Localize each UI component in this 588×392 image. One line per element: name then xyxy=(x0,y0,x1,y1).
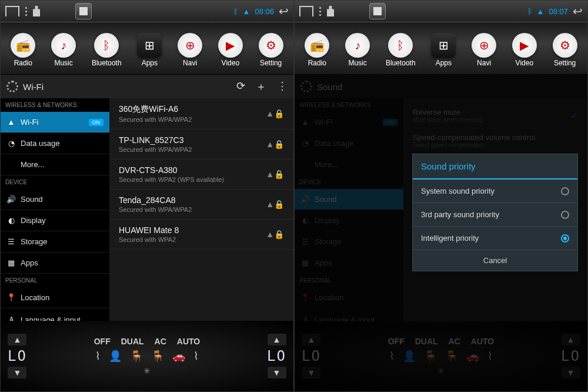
dialog-cancel-button[interactable]: Cancel xyxy=(413,250,577,271)
screen-wifi: ᛒ ▲ 08:06 ↩ 📻Radio ♪Music ᛒBluetooth ⊞Ap… xyxy=(0,0,294,392)
sidebar-item-data[interactable]: ◔Data usage xyxy=(1,133,109,154)
wifi-lock-icon: ▲🔒 xyxy=(266,230,284,239)
sidebar-item-location[interactable]: 📍Location xyxy=(1,287,109,308)
add-button[interactable]: ＋ xyxy=(256,79,266,94)
radio-icon xyxy=(561,187,569,195)
wifi-lock-icon: ▲🔒 xyxy=(266,200,284,209)
dock-navi[interactable]: ⊕Navi xyxy=(472,33,496,67)
home-icon[interactable] xyxy=(299,6,313,16)
seat-heat-left-icon[interactable]: 🪑 xyxy=(130,350,143,363)
wifi-icon: ▲ xyxy=(243,7,250,16)
temp-down-button[interactable]: ▼ xyxy=(268,367,286,378)
dialog-title: Sound priority xyxy=(413,154,577,180)
defrost-front-icon[interactable]: ⌇ xyxy=(95,350,101,363)
recents-button[interactable] xyxy=(75,3,92,19)
sidebar-item-more[interactable]: More... xyxy=(1,154,109,175)
climate-auto[interactable]: AUTO xyxy=(177,337,200,346)
dock-bluetooth[interactable]: ᛒBluetooth xyxy=(386,33,416,67)
wifi-network-list: 360免费WiFi-A6Secured with WPA/WPA2▲🔒 TP-L… xyxy=(109,98,293,322)
temp-left: ▲ LO ▼ xyxy=(8,334,27,378)
dock-apps[interactable]: ⊞Apps xyxy=(431,33,456,67)
title-bar: Wi-Fi ⟳ ＋ ⋮ xyxy=(1,75,293,98)
refresh-button[interactable]: ⟳ xyxy=(236,79,245,94)
page-title: Wi-Fi xyxy=(23,82,44,92)
dock-apps[interactable]: ⊞Apps xyxy=(137,33,162,67)
back-button[interactable]: ↩ xyxy=(573,4,583,18)
dock-radio[interactable]: 📻Radio xyxy=(11,33,35,67)
sidebar-item-sound[interactable]: 🔊Sound xyxy=(1,189,109,210)
status-bar: ᛒ ▲ 08:06 ↩ xyxy=(1,1,293,22)
dialog-option-3rdparty[interactable]: 3rd party sound priority xyxy=(413,203,577,227)
dock-music[interactable]: ♪Music xyxy=(345,33,370,67)
temp-up-button[interactable]: ▲ xyxy=(8,334,26,346)
sidebar-item-wifi[interactable]: ▲Wi-FiON xyxy=(1,112,109,133)
overflow-button[interactable]: ⋮ xyxy=(277,79,288,94)
dialog-option-intelligent[interactable]: Intelligent priority xyxy=(413,227,577,250)
sidebar-item-display[interactable]: ◐Display xyxy=(1,210,109,231)
climate-off[interactable]: OFF xyxy=(94,337,111,346)
temp-left-value: LO xyxy=(8,348,27,364)
dock-bluetooth[interactable]: ᛒBluetooth xyxy=(92,33,122,67)
seat-heat-right-icon[interactable]: 🪑 xyxy=(151,350,164,363)
wifi-network[interactable]: DVR-CTS-A380Secured with WPA2 (WPS avail… xyxy=(109,160,293,190)
temp-right: ▲ LO ▼ xyxy=(267,334,286,378)
storage-icon: ☰ xyxy=(6,237,16,246)
clock: 08:06 xyxy=(255,7,274,16)
location-icon: 📍 xyxy=(6,293,16,302)
display-icon: ◐ xyxy=(6,216,16,225)
wifi-icon: ▲ xyxy=(6,118,16,127)
settings-sidebar: WIRELESS & NETWORKS ▲Wi-FiON ◔Data usage… xyxy=(1,98,109,322)
dock-music[interactable]: ♪Music xyxy=(51,33,76,67)
sidebar-item-language[interactable]: ＡLanguage & input xyxy=(1,308,109,322)
wifi-lock-icon: ▲🔒 xyxy=(266,170,284,179)
wifi-toggle[interactable]: ON xyxy=(89,119,104,126)
dock-setting[interactable]: ⚙Setting xyxy=(259,33,283,67)
sidebar-item-apps[interactable]: ▦Apps xyxy=(1,253,109,274)
dock-navi[interactable]: ⊕Navi xyxy=(178,33,202,67)
radio-selected-icon xyxy=(561,234,569,242)
app-dock: 📻Radio ♪Music ᛒBluetooth ⊞Apps ⊕Navi ▶Vi… xyxy=(295,22,587,75)
temp-down-button[interactable]: ▼ xyxy=(8,367,26,378)
wifi-lock-icon: ▲🔒 xyxy=(266,109,284,118)
temp-right-value: LO xyxy=(267,348,286,364)
bluetooth-icon: ᛒ xyxy=(233,7,238,16)
recents-button[interactable] xyxy=(369,3,386,19)
wifi-network[interactable]: 360免费WiFi-A6Secured with WPA/WPA2▲🔒 xyxy=(109,98,293,129)
radio-icon xyxy=(561,211,569,219)
status-bar: ᛒ ▲ 08:07 ↩ xyxy=(295,1,587,22)
wifi-network[interactable]: HUAWEI Mate 8Secured with WPA2▲🔒 xyxy=(109,220,293,250)
usb-icon xyxy=(33,6,40,16)
fan-icon[interactable]: ✳ xyxy=(143,366,151,376)
menu-dots-icon[interactable] xyxy=(25,7,27,16)
usb-icon xyxy=(327,6,334,16)
climate-panel: ▲ LO ▼ OFF DUAL AC AUTO ⌇ 👤 🪑 🪑 🚗 ⌇ ✳ ▲ xyxy=(1,321,293,391)
wifi-icon: ▲ xyxy=(537,7,544,16)
sound-icon: 🔊 xyxy=(6,195,16,204)
dialog-option-system[interactable]: System sound priority xyxy=(413,180,577,203)
home-icon[interactable] xyxy=(5,6,19,16)
sidebar-item-storage[interactable]: ☰Storage xyxy=(1,231,109,253)
menu-dots-icon[interactable] xyxy=(319,7,321,16)
app-dock: 📻Radio ♪Music ᛒBluetooth ⊞Apps ⊕Navi ▶Vi… xyxy=(1,22,293,75)
wifi-network[interactable]: Tenda_284CA8Secured with WPA/WPA2▲🔒 xyxy=(109,190,293,220)
temp-up-button[interactable]: ▲ xyxy=(268,334,286,346)
recirculate-icon[interactable]: 🚗 xyxy=(172,350,185,363)
wifi-network[interactable]: TP-LINK_8527C3Secured with WPA/WPA2▲🔒 xyxy=(109,129,293,160)
sound-priority-dialog: Sound priority System sound priority 3rd… xyxy=(412,154,578,271)
dock-video[interactable]: ▶Video xyxy=(218,33,243,67)
defrost-rear-icon[interactable]: ⌇ xyxy=(193,350,199,363)
climate-ac[interactable]: AC xyxy=(155,337,166,346)
dock-video[interactable]: ▶Video xyxy=(512,33,537,67)
clock: 08:07 xyxy=(549,7,568,16)
dock-radio[interactable]: 📻Radio xyxy=(305,33,329,67)
bluetooth-icon: ᛒ xyxy=(527,7,532,16)
apps-icon: ▦ xyxy=(6,258,16,267)
screen-sound: ᛒ ▲ 08:07 ↩ 📻Radio ♪Music ᛒBluetooth ⊞Ap… xyxy=(294,0,588,392)
climate-dual[interactable]: DUAL xyxy=(121,337,144,346)
data-icon: ◔ xyxy=(6,139,16,148)
airflow-feet-icon[interactable]: 👤 xyxy=(109,350,122,363)
wifi-lock-icon: ▲🔒 xyxy=(266,139,284,149)
settings-icon xyxy=(6,81,18,92)
back-button[interactable]: ↩ xyxy=(279,4,289,18)
dock-setting[interactable]: ⚙Setting xyxy=(553,33,577,67)
